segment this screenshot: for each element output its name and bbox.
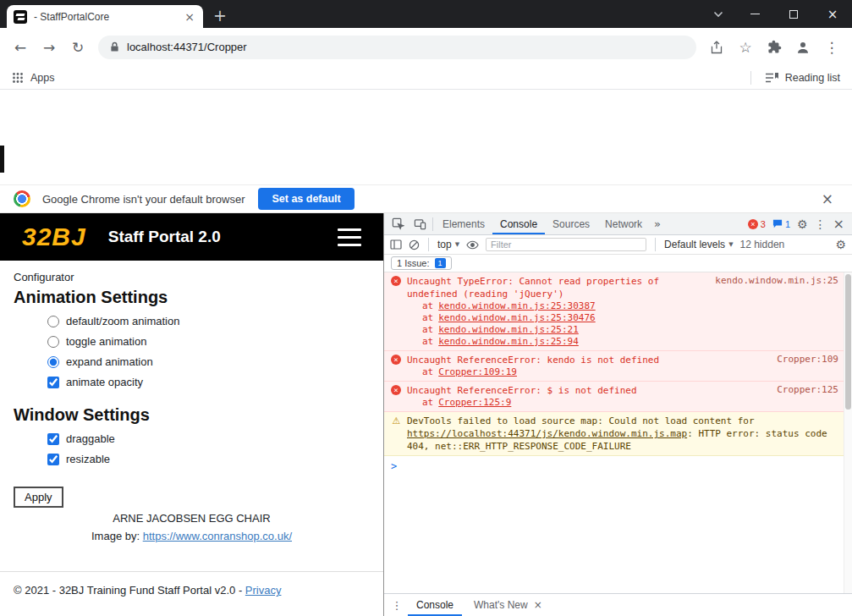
privacy-link[interactable]: Privacy [245, 584, 282, 597]
chevron-down-icon[interactable] [713, 11, 723, 18]
lock-icon[interactable] [110, 41, 119, 52]
toolbar-divider [655, 238, 656, 251]
reading-list-label[interactable]: Reading list [785, 72, 840, 84]
stack-line: atCropper:109:19 [407, 366, 838, 378]
levels-dropdown[interactable]: Default levels ▼ [664, 239, 733, 250]
content-row: 32BJ Staff Portal 2.0 Configurator Anima… [0, 213, 852, 616]
staff-portal-page: 32BJ Staff Portal 2.0 Configurator Anima… [0, 213, 383, 616]
stack-location-link[interactable]: Cropper:109:19 [438, 366, 517, 377]
app-header: 32BJ Staff Portal 2.0 [0, 213, 383, 261]
inspect-element-icon[interactable] [387, 213, 409, 234]
extensions-icon[interactable] [761, 34, 788, 61]
browser-menu-icon[interactable]: ⋮ [818, 34, 845, 61]
tab-elements[interactable]: Elements [435, 213, 492, 234]
tab-sources[interactable]: Sources [545, 213, 597, 234]
option-row: toggle animation [47, 335, 370, 348]
message-count-badge[interactable]: 1 [772, 219, 790, 229]
reading-list-icon[interactable] [765, 72, 778, 84]
checkbox-draggable[interactable] [47, 433, 59, 445]
console-settings-gear-icon[interactable]: ⚙ [835, 238, 846, 251]
minimize-button[interactable] [735, 0, 774, 28]
drawer-tab-whats-new[interactable]: What's New × [465, 594, 551, 616]
radio-toggle-animation[interactable] [47, 336, 59, 348]
stack-line: atCropper:125:9 [407, 397, 838, 409]
option-label: expand animation [66, 355, 153, 368]
image-credit-link[interactable]: https://www.conranshop.co.uk/ [143, 530, 292, 542]
device-toolbar-icon[interactable] [409, 213, 431, 234]
context-selector[interactable]: top ▼ [437, 239, 459, 250]
apply-button[interactable]: Apply [14, 487, 63, 508]
set-default-button[interactable]: Set as default [258, 188, 354, 210]
source-map-link[interactable]: https://localhost:44371/js/kendo.window.… [407, 428, 687, 439]
error-icon: × [391, 385, 401, 395]
drawer-tab-console[interactable]: Console [408, 594, 462, 616]
devtools-settings-gear-icon[interactable]: ⚙ [797, 217, 808, 231]
stack-location-link[interactable]: Cropper:125:9 [438, 397, 511, 408]
hamburger-menu-icon[interactable] [338, 225, 361, 250]
stack-location-link[interactable]: kendo.window.min.js:25:30387 [438, 300, 595, 311]
apps-grid-icon[interactable] [12, 72, 24, 84]
stack-location-link[interactable]: kendo.window.min.js:25:94 [438, 336, 579, 347]
console-source-link[interactable]: Cropper:125 [777, 384, 838, 395]
console-warning-row: ⚠ DevTools failed to load source map: Co… [384, 412, 852, 456]
new-tab-button[interactable]: + [213, 8, 227, 24]
stack-location-link[interactable]: kendo.window.min.js:25:21 [438, 324, 579, 335]
back-button[interactable]: ← [7, 34, 34, 61]
close-button[interactable]: × [813, 0, 852, 28]
tab-network[interactable]: Network [597, 213, 650, 234]
banner-close-icon[interactable]: × [822, 190, 833, 207]
console-output[interactable]: × Uncaught TypeError: Cannot read proper… [384, 272, 852, 593]
filter-input[interactable] [486, 238, 646, 251]
live-expression-eye-icon[interactable] [466, 240, 479, 250]
tab-close-icon[interactable]: × [183, 10, 196, 24]
forward-button[interactable]: → [36, 34, 63, 61]
console-toolbar: top ▼ Default levels ▼ 12 hidden ⚙ [384, 235, 852, 255]
stack-at-label: at [422, 336, 433, 347]
console-message-text: DevTools failed to load source map: Coul… [407, 415, 838, 453]
devtools-close-icon[interactable]: × [833, 216, 844, 232]
radio-expand-animation[interactable] [47, 356, 59, 368]
scrollbar-thumb[interactable] [845, 274, 851, 410]
devtools-menu-icon[interactable]: ⋮ [815, 217, 827, 231]
whats-new-close-icon[interactable]: × [534, 599, 542, 611]
tabbar-divider [432, 217, 433, 231]
option-row: draggable [47, 432, 370, 445]
tab-console[interactable]: Console [492, 213, 545, 234]
window-titlebar: - StaffPortalCore × + × [0, 0, 852, 28]
error-badge-icon: × [748, 219, 758, 229]
app-logo: 32BJ [22, 223, 86, 251]
stack-location-link[interactable]: kendo.window.min.js:25:30476 [438, 312, 595, 323]
console-prompt-row[interactable]: > [384, 456, 852, 476]
profile-avatar[interactable] [789, 34, 816, 61]
stack-line: atkendo.window.min.js:25:94 [407, 336, 838, 348]
reload-button[interactable]: ↻ [64, 34, 91, 61]
radio-default-zoom-animation[interactable] [47, 316, 59, 327]
issues-pill[interactable]: 1 Issue: 1 [391, 256, 452, 270]
error-count-badge[interactable]: × 3 [748, 219, 766, 229]
url-text[interactable]: localhost:44371/Cropper [127, 41, 247, 53]
error-count: 3 [761, 219, 766, 229]
address-bar[interactable]: localhost:44371/Cropper [98, 36, 696, 59]
console-sidebar-icon[interactable] [390, 239, 402, 250]
image-caption: ARNE JACOBSEN EGG CHAIR [14, 512, 370, 525]
browser-toolbar: ← → ↻ localhost:44371/Cropper ☆ ⋮ [0, 28, 852, 66]
clear-console-icon[interactable] [409, 239, 420, 250]
share-icon[interactable] [703, 34, 730, 61]
drawer-menu-icon[interactable]: ⋮ [389, 599, 404, 612]
browser-tab[interactable]: - StaffPortalCore × [7, 5, 203, 28]
checkbox-resizable[interactable] [47, 454, 59, 465]
hidden-messages-count[interactable]: 12 hidden [740, 239, 785, 250]
console-source-link[interactable]: Cropper:109 [777, 354, 838, 365]
devtools-tabbar-right: × 3 1 ⚙ ⋮ × [748, 216, 849, 232]
stack-line: atkendo.window.min.js:25:30387 [407, 300, 838, 312]
console-source-link[interactable]: kendo.window.min.js:25 [715, 275, 838, 286]
maximize-button[interactable] [774, 0, 813, 28]
apps-label[interactable]: Apps [30, 72, 55, 84]
console-scrollbar[interactable] [844, 272, 852, 593]
bookmark-star-icon[interactable]: ☆ [732, 34, 759, 61]
devtools-panel: Elements Console Sources Network » × 3 1 [383, 213, 852, 616]
option-label: default/zoom animation [66, 315, 179, 327]
option-label: toggle animation [66, 335, 146, 348]
checkbox-animate-opacity[interactable] [47, 377, 59, 388]
more-tabs-icon[interactable]: » [650, 217, 665, 230]
